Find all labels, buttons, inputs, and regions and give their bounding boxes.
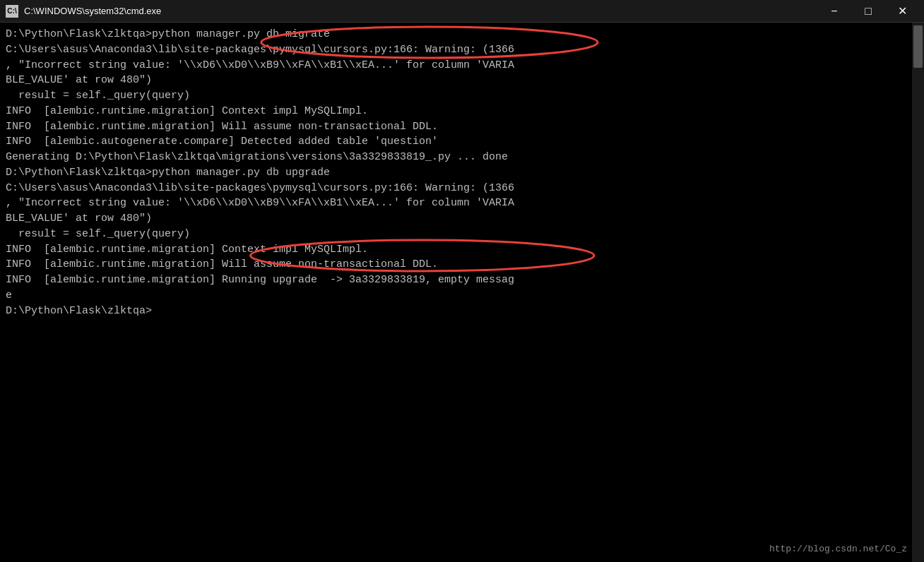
console-line: D:\Python\Flask\zlktqa>python manager.py… — [6, 27, 918, 42]
window-icon: C:\ — [6, 5, 18, 18]
console-line: D:\Python\Flask\zlktqa> — [6, 304, 918, 319]
console-line: INFO [alembic.runtime.migration] Context… — [6, 104, 918, 119]
console-line: result = self._query(query) — [6, 227, 918, 242]
cmd-window: C:\ C:\WINDOWS\system32\cmd.exe − □ ✕ D:… — [0, 0, 924, 562]
console-line: , "Incorrect string value: '\\xD6\\xD0\\… — [6, 58, 918, 73]
scrollbar[interactable] — [912, 23, 924, 562]
console-line: C:\Users\asus\Anaconda3\lib\site-package… — [6, 42, 918, 58]
console-line: INFO [alembic.autogenerate.compare] Dete… — [6, 134, 918, 150]
console-line: INFO [alembic.runtime.migration] Running… — [6, 273, 918, 288]
console-output: D:\Python\Flask\zlktqa>python manager.py… — [0, 23, 924, 562]
title-bar: C:\ C:\WINDOWS\system32\cmd.exe − □ ✕ — [0, 0, 924, 23]
console-line: C:\Users\asus\Anaconda3\lib\site-package… — [6, 181, 918, 196]
scrollbar-thumb[interactable] — [913, 25, 923, 68]
console-line: INFO [alembic.runtime.migration] Will as… — [6, 257, 918, 273]
console-line: INFO [alembic.runtime.migration] Will as… — [6, 119, 918, 135]
console-line: BLE_VALUE' at row 480") — [6, 211, 918, 227]
console-lines: D:\Python\Flask\zlktqa>python manager.py… — [6, 27, 918, 318]
window-title: C:\WINDOWS\system32\cmd.exe — [24, 6, 818, 16]
watermark: http://blog.csdn.net/Co_z — [769, 543, 907, 556]
console-line: Generating D:\Python\Flask\zlktqa\migrat… — [6, 150, 918, 165]
console-line: D:\Python\Flask\zlktqa>python manager.py… — [6, 165, 918, 181]
console-line: BLE_VALUE' at row 480") — [6, 73, 918, 88]
window-controls: − □ ✕ — [818, 2, 918, 20]
console-line: , "Incorrect string value: '\\xD6\\xD0\\… — [6, 196, 918, 211]
console-line: e — [6, 288, 918, 304]
minimize-button[interactable]: − — [818, 2, 851, 20]
maximize-button[interactable]: □ — [852, 2, 884, 20]
console-line: INFO [alembic.runtime.migration] Context… — [6, 242, 918, 258]
close-button[interactable]: ✕ — [886, 2, 918, 20]
console-line: result = self._query(query) — [6, 88, 918, 104]
